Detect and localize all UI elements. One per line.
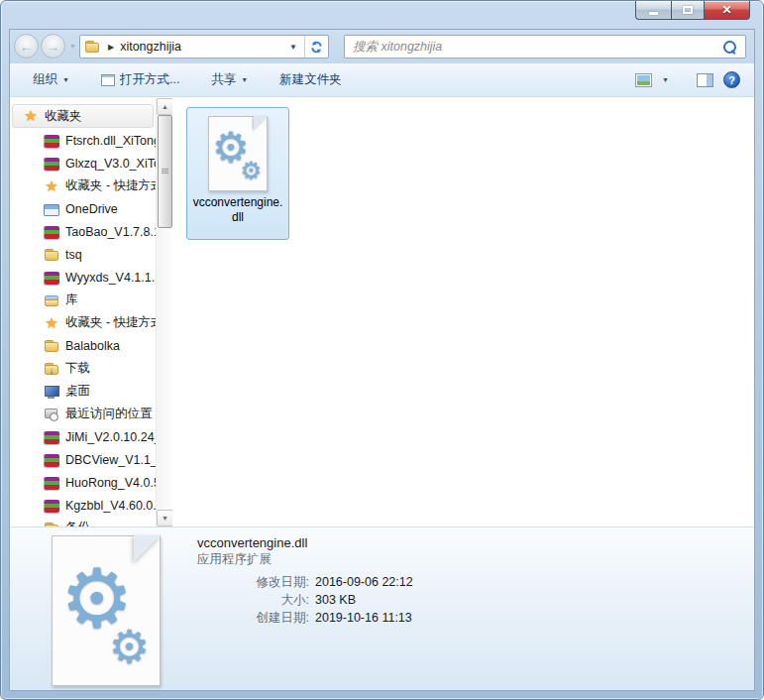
rar-archive-icon	[44, 158, 59, 171]
sidebar-item[interactable]: Glxzq_V3.0_XiTo	[10, 152, 156, 175]
details-field-created: 创建日期: 2019-10-16 11:13	[197, 609, 413, 627]
desktop-icon	[44, 384, 59, 400]
explorer-window: ✕ ← → ▼ ▶ xitongzhijia ▼	[0, 0, 764, 700]
navigation-pane: 收藏夹 Ftsrch.dll_XiTong Glxzq_V3.0_XiTo 收藏…	[10, 98, 156, 526]
rar-archive-icon	[44, 135, 59, 148]
breadcrumb-arrow-icon[interactable]: ▶	[108, 43, 114, 52]
close-icon: ✕	[721, 1, 731, 19]
minimize-button[interactable]	[635, 1, 671, 20]
sidebar-item-desktop[interactable]: 桌面	[10, 380, 156, 403]
sidebar-item[interactable]: 收藏夹 - 快捷方式	[10, 175, 156, 197]
search-placeholder: 搜索 xitongzhijia	[353, 39, 442, 56]
file-item-selected[interactable]: ⚙ ⚙ vcconvertengine.dll	[186, 107, 289, 240]
rar-archive-icon	[44, 272, 59, 285]
window-controls: ✕	[635, 1, 750, 21]
maximize-icon	[683, 6, 693, 14]
chevron-down-icon: ▼	[241, 76, 248, 83]
details-field-size: 大小: 303 KB	[197, 591, 413, 609]
file-name-label: vcconvertengine.dll	[190, 195, 285, 225]
sidebar-item[interactable]: TaoBao_V1.7.8.1	[10, 220, 156, 243]
star-icon	[44, 178, 59, 194]
organize-button[interactable]: 组织 ▼	[24, 66, 78, 93]
details-pane: ⚙ ⚙ vcconvertengine.dll 应用程序扩展 修改日期: 201…	[10, 526, 754, 690]
sidebar-item[interactable]: JiMi_V2.0.10.24_	[10, 425, 156, 448]
preview-pane-icon[interactable]	[697, 73, 713, 87]
search-box[interactable]: 搜索 xitongzhijia	[344, 35, 746, 58]
sidebar-item[interactable]: 收藏夹 - 快捷方式	[10, 311, 156, 334]
rar-archive-icon	[44, 500, 59, 513]
navigation-bar: ← → ▼ ▶ xitongzhijia ▼ 搜索 xitongzh	[10, 30, 754, 63]
sidebar-item[interactable]: tsq	[10, 243, 156, 266]
rar-archive-icon	[44, 226, 59, 239]
details-filetype: 应用程序扩展	[197, 551, 413, 568]
rar-archive-icon	[44, 431, 59, 444]
close-button[interactable]: ✕	[705, 1, 750, 20]
rar-archive-icon	[44, 454, 59, 467]
share-button[interactable]: 共享 ▼	[202, 66, 257, 93]
sidebar-item[interactable]: HuoRong_V4.0.5	[10, 471, 156, 494]
new-folder-button[interactable]: 新建文件夹	[271, 66, 351, 93]
command-toolbar: 组织 ▼ 打开方式... 共享 ▼ 新建文件夹 ▼	[10, 63, 754, 97]
download-folder-icon	[44, 361, 59, 377]
client-area: ← → ▼ ▶ xitongzhijia ▼ 搜索 xitongzh	[9, 29, 755, 691]
content-area: 收藏夹 Ftsrch.dll_XiTong Glxzq_V3.0_XiTo 收藏…	[10, 98, 754, 526]
gear-icon: ⚙	[109, 624, 150, 669]
folder-icon	[44, 247, 59, 263]
sidebar-item[interactable]: Wyyxds_V4.1.1.1	[10, 266, 156, 289]
sidebar-item[interactable]: Ftsrch.dll_XiTong	[10, 129, 156, 152]
folder-icon	[44, 338, 59, 354]
recent-pages-dropdown-icon[interactable]: ▼	[69, 43, 76, 50]
current-folder-icon	[84, 39, 100, 55]
search-icon	[722, 40, 737, 55]
star-icon	[44, 315, 59, 331]
scroll-down-button[interactable]: ▼	[157, 510, 173, 526]
sidebar-scrollbar[interactable]: ▲ ▼	[156, 98, 172, 526]
forward-button[interactable]: →	[41, 34, 65, 58]
gear-icon: ⚙	[240, 159, 262, 182]
sidebar-item[interactable]: 备份	[10, 517, 156, 526]
maximize-button[interactable]	[671, 1, 705, 20]
sidebar-item-favorites[interactable]: 收藏夹	[12, 104, 154, 128]
sidebar-item-downloads[interactable]: 下载	[10, 357, 156, 380]
star-icon	[23, 108, 39, 124]
recent-places-icon	[44, 407, 59, 422]
back-button[interactable]: ←	[14, 34, 39, 58]
onedrive-icon	[44, 204, 59, 216]
sidebar-item-onedrive[interactable]: OneDrive	[10, 197, 156, 220]
sidebar-item-recent-places[interactable]: 最近访问的位置	[10, 403, 156, 425]
scrollbar-thumb[interactable]	[158, 115, 172, 228]
file-list-pane[interactable]: ⚙ ⚙ vcconvertengine.dll	[172, 98, 754, 526]
sidebar-item-libraries[interactable]: 库	[10, 289, 156, 311]
details-filename: vcconvertengine.dll	[197, 534, 413, 551]
minimize-icon	[649, 12, 658, 15]
chevron-down-icon: ▼	[62, 76, 69, 83]
rar-archive-icon	[44, 477, 59, 490]
refresh-button[interactable]	[304, 36, 328, 58]
open-with-icon	[101, 74, 115, 86]
address-bar[interactable]: ▶ xitongzhijia ▼	[79, 35, 329, 58]
open-with-button[interactable]: 打开方式...	[92, 66, 188, 93]
sidebar-item[interactable]: DBCView_V1.1_X	[10, 448, 156, 471]
address-history-dropdown-icon[interactable]: ▼	[282, 43, 304, 52]
details-field-modified: 修改日期: 2016-09-06 22:12	[197, 573, 413, 591]
library-icon	[44, 292, 59, 308]
breadcrumb[interactable]: xitongzhijia	[120, 40, 181, 54]
sidebar-item[interactable]: Kgzbbl_V4.60.0.	[10, 494, 156, 517]
scroll-up-button[interactable]: ▲	[157, 98, 173, 115]
change-view-dropdown-icon[interactable]: ▼	[662, 76, 669, 83]
help-icon[interactable]: ?	[723, 71, 740, 88]
sidebar-item[interactable]: Balabolka	[10, 334, 156, 357]
refresh-icon	[309, 40, 324, 55]
change-view-icon[interactable]	[635, 73, 652, 87]
dll-file-icon-large: ⚙ ⚙	[52, 535, 161, 686]
dll-file-icon: ⚙ ⚙	[208, 116, 268, 191]
